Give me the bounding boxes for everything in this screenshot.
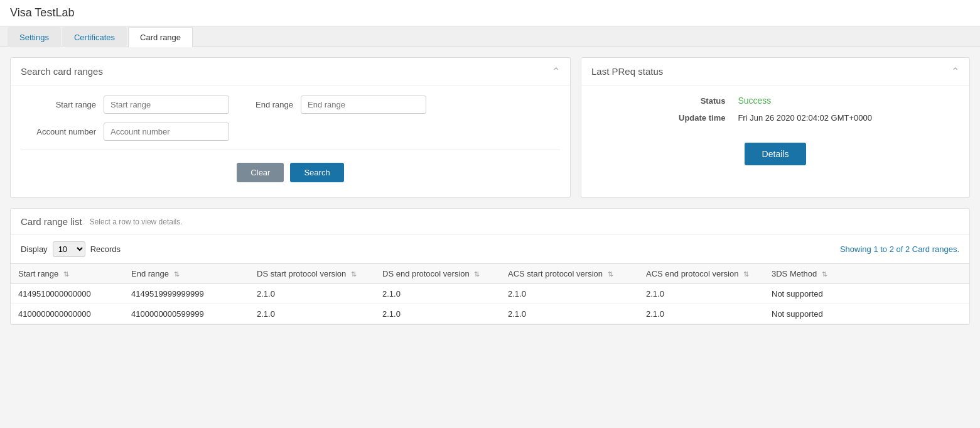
cell-row0-col5: 2.1.0 [638,284,764,304]
list-controls: Display 10 25 50 100 Records Showing 1 t… [11,235,969,263]
update-time-label: Update time [596,113,725,123]
tab-card-range[interactable]: Card range [128,27,193,47]
list-header: Card range list Select a row to view det… [11,209,969,235]
search-panel: Search card ranges ⌃ Start range End ran… [10,57,571,198]
start-range-row: Start range End range [21,96,560,114]
search-panel-header: Search card ranges ⌃ [11,58,570,85]
th-acs-end[interactable]: ACS end protocol version ⇅ [638,264,764,284]
update-time-value: Fri Jun 26 2020 02:04:02 GMT+0000 [738,113,954,123]
sort-icon-dsstart: ⇅ [351,270,357,278]
table-row[interactable]: 410000000000000041000000005999992.1.02.1… [11,304,969,324]
cell-row0-col3: 2.1.0 [375,284,500,304]
cell-row1-col0: 4100000000000000 [11,304,124,324]
records-label: Records [90,244,121,254]
tab-certificates[interactable]: Certificates [62,27,127,47]
cell-row1-col3: 2.1.0 [375,304,500,324]
th-acs-start[interactable]: ACS start protocol version ⇅ [500,264,638,284]
table-body: 414951000000000041495199999999992.1.02.1… [11,284,969,324]
sort-icon-end: ⇅ [174,270,180,278]
cell-row0-col1: 4149519999999999 [124,284,249,304]
search-button-row: Clear Search [21,158,560,187]
cell-row0-col4: 2.1.0 [500,284,638,304]
app-header: Visa TestLab [0,0,980,26]
card-range-list-panel: Card range list Select a row to view det… [10,208,970,325]
th-end-range[interactable]: End range ⇅ [124,264,249,284]
status-panel-header: Last PReq status ⌃ [581,58,969,85]
sort-icon-start: ⇅ [63,270,69,278]
cell-row1-col2: 2.1.0 [249,304,375,324]
status-details-row: Details [581,133,969,175]
showing-text: Showing 1 to 2 of 2 Card ranges. [840,244,959,254]
status-panel: Last PReq status ⌃ Status Success Update… [581,57,970,198]
app-title: Visa TestLab [10,6,74,19]
search-panel-title: Search card ranges [21,66,103,77]
sort-icon-3ds: ⇅ [822,270,827,278]
cell-row0-col6: Not supported [764,284,969,304]
cell-row0-col2: 2.1.0 [249,284,375,304]
cell-row1-col5: 2.1.0 [638,304,764,324]
display-label: Display [21,244,48,254]
th-start-range[interactable]: Start range ⇅ [11,264,124,284]
main-content: Search card ranges ⌃ Start range End ran… [0,47,980,335]
list-subtitle: Select a row to view details. [90,217,183,226]
search-collapse-icon[interactable]: ⌃ [552,65,560,77]
display-controls: Display 10 25 50 100 Records [21,241,121,257]
table-head: Start range ⇅ End range ⇅ DS start proto… [11,264,969,284]
cell-row1-col4: 2.1.0 [500,304,638,324]
status-label: Status [596,96,725,106]
top-row: Search card ranges ⌃ Start range End ran… [10,57,970,198]
start-range-input[interactable] [104,96,229,114]
clear-button[interactable]: Clear [237,163,284,182]
status-collapse-icon[interactable]: ⌃ [951,65,959,77]
status-value: Success [738,96,954,106]
status-info: Status Success Update time Fri Jun 26 20… [581,85,969,133]
sort-icon-acsend: ⇅ [743,270,749,278]
card-range-table: Start range ⇅ End range ⇅ DS start proto… [11,263,969,324]
account-number-input[interactable] [104,123,229,141]
table-row[interactable]: 414951000000000041495199999999992.1.02.1… [11,284,969,304]
table-header-row: Start range ⇅ End range ⇅ DS start proto… [11,264,969,284]
search-panel-body: Start range End range Account number Cle… [11,85,570,197]
form-divider [21,150,560,150]
search-button[interactable]: Search [290,163,343,182]
tab-settings[interactable]: Settings [8,27,61,47]
sort-icon-acsstart: ⇅ [608,270,613,278]
start-range-label: Start range [21,100,96,109]
list-title: Card range list [21,216,82,227]
cell-row1-col6: Not supported [764,304,969,324]
status-panel-title: Last PReq status [591,66,663,77]
tabs-bar: Settings Certificates Card range [0,26,980,47]
records-select[interactable]: 10 25 50 100 [53,241,85,257]
details-button[interactable]: Details [745,143,807,165]
cell-row1-col1: 4100000000599999 [124,304,249,324]
th-ds-start[interactable]: DS start protocol version ⇅ [249,264,375,284]
account-number-row: Account number [21,123,560,141]
th-3ds-method[interactable]: 3DS Method ⇅ [764,264,969,284]
cell-row0-col0: 4149510000000000 [11,284,124,304]
account-number-label: Account number [21,127,96,136]
sort-icon-dsend: ⇅ [474,270,480,278]
end-range-input[interactable] [301,96,426,114]
end-range-label: End range [237,100,293,109]
th-ds-end[interactable]: DS end protocol version ⇅ [375,264,500,284]
